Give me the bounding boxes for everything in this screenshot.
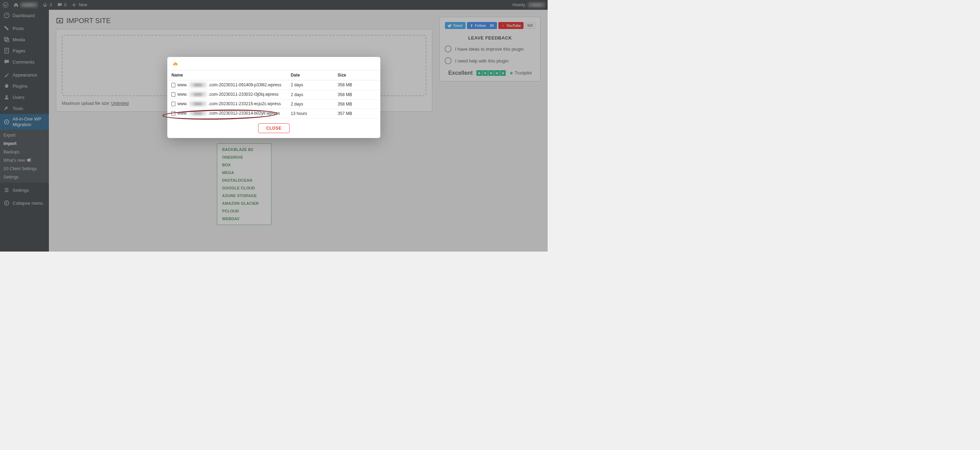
col-name: Name xyxy=(167,70,287,80)
file-icon xyxy=(172,83,175,87)
cloud-icon xyxy=(167,62,380,70)
file-row[interactable]: www.xxxx.com-20230311-091409-p33l82.wpre… xyxy=(167,80,380,90)
file-row[interactable]: www.xxxx.com-20230311-233215-ecju2c.wpre… xyxy=(167,99,380,109)
file-table: Name Date Size www.xxxx.com-20230311-091… xyxy=(167,70,380,118)
domain-blurred: xxxx xyxy=(189,83,207,87)
file-picker-modal: Name Date Size www.xxxx.com-20230311-091… xyxy=(167,57,380,138)
file-row[interactable]: www.xxxx.com-20230312-233014-b02ylr.wpre… xyxy=(167,109,380,118)
file-icon xyxy=(172,111,175,116)
col-size: Size xyxy=(334,70,380,80)
file-row[interactable]: www.xxxx.com-20230311-233032-l3j0lq.wpre… xyxy=(167,90,380,99)
col-date: Date xyxy=(287,70,334,80)
file-icon xyxy=(172,102,175,106)
close-button[interactable]: CLOSE xyxy=(258,123,290,133)
domain-blurred: xxxx xyxy=(189,101,207,106)
file-icon xyxy=(172,92,175,97)
domain-blurred: xxxx xyxy=(189,92,207,97)
domain-blurred: xxxx xyxy=(189,111,207,116)
